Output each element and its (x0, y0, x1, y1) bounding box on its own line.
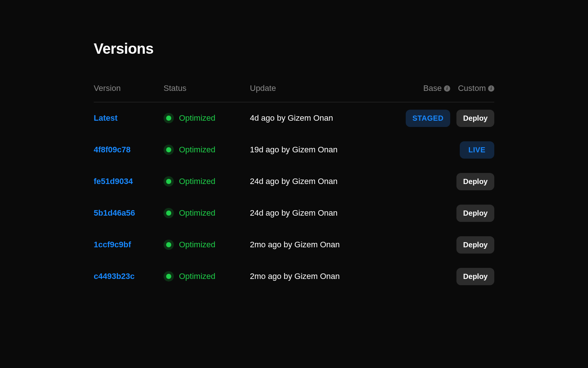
version-link[interactable]: fe51d9034 (94, 177, 133, 186)
deploy-button[interactable]: Deploy (456, 205, 494, 222)
column-header-custom: Custom (458, 84, 486, 93)
version-link[interactable]: 1ccf9c9bf (94, 240, 131, 249)
staged-badge[interactable]: STAGED (406, 110, 450, 127)
info-icon[interactable]: i (444, 85, 450, 92)
update-text: 19d ago by Gizem Onan (250, 145, 337, 154)
table-row: LatestOptimized4d ago by Gizem OnanSTAGE… (94, 102, 494, 134)
column-header-version: Version (94, 84, 121, 93)
status-indicator-icon (164, 208, 174, 218)
update-text: 24d ago by Gizem Onan (250, 208, 337, 217)
status-label: Optimized (179, 272, 215, 281)
version-link[interactable]: c4493b23c (94, 272, 135, 281)
deploy-button[interactable]: Deploy (456, 236, 494, 254)
table-row: 5b1d46a56Optimized24d ago by Gizem OnanD… (94, 197, 494, 229)
deploy-button[interactable]: Deploy (456, 268, 494, 285)
status-label: Optimized (179, 177, 215, 186)
version-link[interactable]: 4f8f09c78 (94, 145, 130, 154)
table-row: 1ccf9c9bfOptimized2mo ago by Gizem OnanD… (94, 229, 494, 261)
status-label: Optimized (179, 208, 215, 218)
live-badge: LIVE (460, 141, 494, 159)
deploy-button[interactable]: Deploy (456, 173, 494, 190)
version-link[interactable]: 5b1d46a56 (94, 208, 135, 217)
info-icon[interactable]: i (488, 85, 494, 92)
update-text: 2mo ago by Gizem Onan (250, 240, 340, 249)
status-indicator-icon (164, 145, 174, 155)
column-header-status: Status (164, 84, 186, 93)
update-text: 2mo ago by Gizem Onan (250, 272, 340, 281)
status-indicator-icon (164, 176, 174, 187)
table-row: 4f8f09c78Optimized19d ago by Gizem OnanL… (94, 134, 494, 166)
column-header-base: Base (423, 84, 442, 93)
page-title: Versions (94, 40, 494, 57)
table-row: c4493b23cOptimized2mo ago by Gizem OnanD… (94, 261, 494, 292)
versions-table: Version Status Update Base i Custom i (94, 84, 494, 292)
status-indicator-icon (164, 271, 174, 282)
update-text: 24d ago by Gizem Onan (250, 177, 337, 186)
status-label: Optimized (179, 113, 215, 123)
status-indicator-icon (164, 113, 174, 123)
deploy-button[interactable]: Deploy (456, 110, 494, 127)
status-label: Optimized (179, 145, 215, 155)
column-header-update: Update (250, 84, 276, 93)
table-row: fe51d9034Optimized24d ago by Gizem OnanD… (94, 166, 494, 197)
table-header-row: Version Status Update Base i Custom i (94, 84, 494, 102)
version-link[interactable]: Latest (94, 113, 118, 123)
update-text: 4d ago by Gizem Onan (250, 113, 333, 123)
status-indicator-icon (164, 240, 174, 250)
status-label: Optimized (179, 240, 215, 250)
